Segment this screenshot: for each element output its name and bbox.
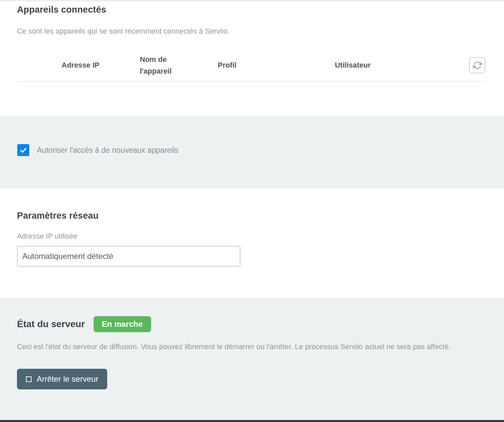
connected-devices-description: Ce sont les appareils qui se sont récemm…	[17, 27, 485, 36]
devices-table-empty-body	[17, 82, 485, 114]
devices-table-header-ip: Adresse IP	[62, 59, 140, 71]
server-status-badge: En marche	[94, 316, 151, 332]
devices-table-header-user: Utilisateur	[335, 59, 469, 71]
devices-table-header-profile: Profil	[218, 59, 335, 71]
stop-icon	[26, 376, 32, 382]
ip-address-input[interactable]	[17, 246, 240, 267]
allow-access-section: Autoriser l'accès à de nouveaux appareil…	[0, 116, 504, 188]
server-status-title: État du serveur	[17, 319, 85, 329]
network-settings-section: Paramètres réseau Adresse IP utilisée	[0, 188, 504, 298]
connected-devices-section: Appareils connectés Ce sont les appareil…	[0, 0, 504, 116]
devices-table-header-device-name: Nom de l'appareil	[140, 54, 218, 77]
server-status-section: État du serveur En marche Ceci est l'éta…	[0, 298, 504, 420]
network-settings-title: Paramètres réseau	[17, 211, 485, 221]
allow-access-label[interactable]: Autoriser l'accès à de nouveaux appareil…	[37, 146, 178, 155]
devices-table-header: Adresse IP Nom de l'appareil Profil Util…	[17, 49, 485, 82]
footer-bar	[0, 420, 504, 422]
devices-table-header-device-name-label: Nom de l'appareil	[140, 54, 181, 77]
connected-devices-title: Appareils connectés	[17, 5, 485, 15]
stop-server-button-label: Arrêter le serveur	[37, 374, 98, 384]
stop-server-button[interactable]: Arrêter le serveur	[17, 369, 107, 389]
refresh-cw-icon	[473, 61, 482, 70]
ip-address-label: Adresse IP utilisée	[17, 232, 485, 241]
allow-access-checkbox[interactable]	[17, 144, 29, 156]
allow-access-row: Autoriser l'accès à de nouveaux appareil…	[17, 144, 485, 156]
refresh-devices-button[interactable]	[469, 57, 485, 73]
server-status-header: État du serveur En marche	[17, 316, 484, 332]
checkmark-icon	[20, 146, 27, 154]
server-status-description: Ceci est l'état du serveur de diffusion.…	[17, 340, 484, 353]
